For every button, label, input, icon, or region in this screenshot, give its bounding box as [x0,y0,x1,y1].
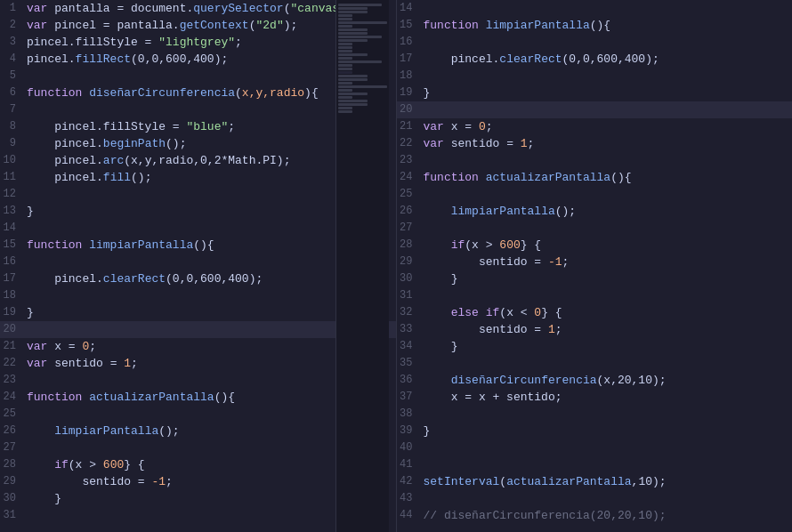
token-fn: actualizarPantalla [506,475,631,488]
line-number: 21 [0,338,27,355]
line-code[interactable]: var sentido = 1; [424,135,786,152]
token-plain: (); [131,171,151,184]
line-number: 19 [397,85,424,101]
line-number: 37 [397,389,424,406]
line-number: 17 [397,51,424,68]
line-code[interactable]: } [424,270,786,287]
line-number: 28 [397,237,424,254]
code-line: 38 [397,406,793,423]
token-plain: } [27,205,34,218]
token-plain: } { [124,458,144,472]
line-code[interactable]: pincel.clearRect(0,0,600,400); [424,51,786,68]
token-plain: ; [486,120,493,133]
line-number: 29 [0,473,27,490]
token-plain: pincel. [424,52,500,66]
token-kw: function [424,171,486,184]
token-plain: pincel.fillStyle = [27,36,158,49]
token-str: "lightgrey" [158,36,235,49]
line-number: 15 [0,237,27,254]
token-plain: (0,0,600,400); [166,272,263,286]
line-number: 2 [0,17,27,34]
minimap-line [338,7,368,10]
token-plain: sentido = [451,137,521,150]
line-code[interactable]: if(x > 600} { [424,237,786,254]
line-number: 30 [0,490,27,507]
line-number: 19 [0,304,27,321]
token-plain: (0,0,600,400); [562,52,659,66]
code-line: 25 [397,186,793,203]
token-plain: (x < [499,306,534,319]
token-plain: sentido = [27,475,151,488]
line-code[interactable]: // diseñarCircunferencia(20,20,10); [424,507,786,524]
line-code[interactable]: function limpiarPantalla(){ [424,17,786,34]
line-code[interactable]: } [424,423,786,439]
code-line: 35 [397,355,793,372]
token-plain: ; [131,357,138,370]
line-number: 28 [0,456,27,473]
code-line: 18 [397,68,793,85]
line-number: 9 [0,135,27,152]
token-method: querySelector [193,2,283,15]
token-kw: var [424,120,451,133]
line-number: 6 [0,85,27,101]
token-plain: x = [451,120,479,133]
token-plain: pincel. [27,137,103,150]
token-plain [424,374,451,387]
line-code[interactable]: diseñarCircunferencia(x,20,10); [424,372,786,389]
line-number: 15 [397,17,424,34]
token-plain: pantalla = document. [54,2,193,15]
token-num: 600 [499,238,520,252]
line-number: 26 [0,423,27,439]
line-code[interactable]: x = x + sentido; [424,389,786,406]
token-kw: var [27,19,54,32]
token-plain: (0,0,600,400); [131,52,228,66]
line-code[interactable]: } [424,85,786,101]
token-plain: ; [555,323,562,336]
token-param: x,y,radio [242,86,304,100]
minimap-line [338,14,353,17]
token-method: getContext [180,19,249,32]
line-code[interactable]: limpiarPantalla(); [424,203,786,220]
token-plain: ); [284,19,298,32]
token-method: limpiarPantalla [54,424,158,438]
token-num: 1 [124,357,131,370]
line-number: 30 [397,270,424,287]
token-method: fill [103,171,131,184]
token-plain: (); [158,424,179,438]
line-number: 36 [397,372,424,389]
token-plain: (x > [465,238,499,252]
line-number: 39 [397,423,424,439]
line-number: 31 [397,287,424,304]
token-fn: diseñarCircunferencia [89,86,235,100]
minimap-line [338,43,353,45]
minimap-line [338,82,353,85]
minimap-line [338,36,383,38]
minimap [335,0,389,532]
token-plain: sentido = [424,323,548,336]
line-code[interactable]: function actualizarPantalla(){ [424,169,786,186]
token-kw: if [424,238,465,252]
token-plain: ,10); [632,475,667,488]
token-kw: var [27,357,54,370]
line-number: 18 [0,287,27,304]
line-code[interactable]: else if(x < 0} { [424,304,786,321]
line-number: 8 [0,118,27,135]
line-code[interactable]: setInterval(actualizarPantalla,10); [424,473,786,490]
code-line: 43 [397,490,793,507]
token-plain: (){ [610,171,631,184]
line-number: 20 [397,101,424,118]
token-method: fillRect [76,52,131,66]
line-number: 43 [397,490,424,507]
token-plain: pincel.fillStyle = [27,120,186,133]
line-code[interactable]: sentido = -1; [424,254,786,270]
code-line: 21var x = 0; [397,118,793,135]
code-line: 44// diseñarCircunferencia(20,20,10); [397,507,793,524]
line-code[interactable]: sentido = 1; [424,321,786,338]
code-line: 37 x = x + sentido; [397,389,793,406]
token-plain: ; [235,36,242,49]
line-number: 10 [0,152,27,169]
line-code[interactable]: } [424,338,786,355]
line-code[interactable]: var x = 0; [424,118,786,135]
minimap-line [338,4,383,6]
line-number: 38 [397,406,424,423]
